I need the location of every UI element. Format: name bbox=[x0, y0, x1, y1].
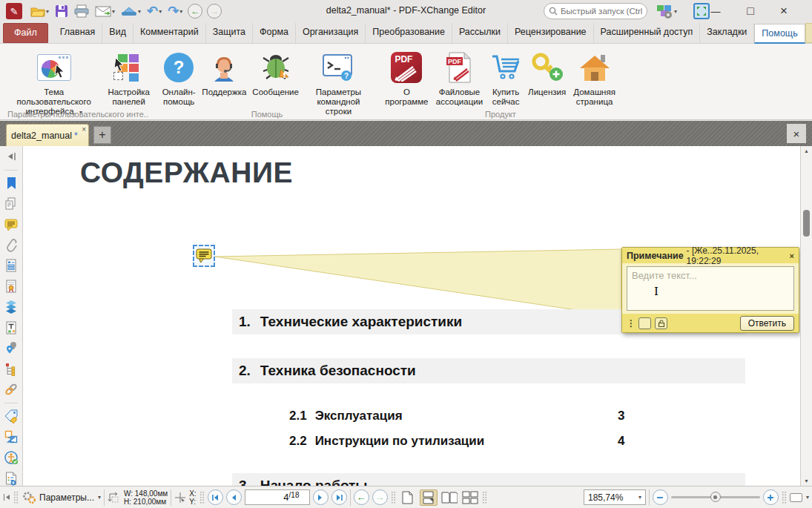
scrollbar-thumb[interactable] bbox=[803, 210, 810, 237]
toolbar-grip[interactable] bbox=[482, 491, 487, 504]
redo-button[interactable]: ↷ ▾ bbox=[165, 1, 185, 21]
accessibility-check-icon[interactable] bbox=[3, 470, 19, 486]
dropdown-icon[interactable]: ▾ bbox=[98, 494, 101, 501]
view-back-button[interactable]: ← bbox=[354, 489, 369, 505]
bookmarks-icon[interactable] bbox=[3, 176, 19, 191]
scroll-down-icon[interactable]: ▼ bbox=[801, 478, 812, 484]
continuous-view-button[interactable] bbox=[420, 489, 438, 506]
layers-icon[interactable] bbox=[3, 300, 19, 315]
close-document-button[interactable]: × bbox=[787, 124, 806, 143]
destinations-icon[interactable] bbox=[3, 340, 19, 356]
order-icon[interactable] bbox=[3, 429, 19, 445]
reply-button[interactable]: Ответить bbox=[740, 316, 794, 331]
tags-icon[interactable] bbox=[3, 409, 19, 424]
thumbnails-icon[interactable] bbox=[3, 197, 19, 212]
buy-now-button[interactable]: Купить сейчас bbox=[486, 46, 525, 108]
app-icon[interactable]: ✎ bbox=[6, 3, 22, 19]
zoom-in-button[interactable] bbox=[763, 489, 779, 505]
document-tab[interactable]: delta2_manual * × bbox=[6, 124, 89, 146]
tab-organize[interactable]: Организация bbox=[296, 23, 366, 43]
save-button[interactable] bbox=[53, 1, 70, 21]
next-page-button[interactable] bbox=[313, 489, 329, 505]
file-associations-button[interactable]: PDF Файловые ассоциации bbox=[432, 46, 486, 108]
note-text-input[interactable]: Ведите текст... I bbox=[627, 266, 794, 311]
history-forward-button[interactable]: → bbox=[207, 4, 222, 19]
license-button[interactable]: Лицензия bbox=[525, 46, 569, 99]
tab-help[interactable]: Помощь bbox=[754, 24, 805, 44]
tab-form[interactable]: Форма bbox=[253, 23, 296, 43]
two-page-view-button[interactable] bbox=[440, 489, 458, 506]
minimize-button[interactable]: — bbox=[703, 0, 728, 22]
print-button[interactable] bbox=[72, 1, 91, 21]
tab-accessibility[interactable]: Расширенный доступ bbox=[594, 23, 701, 43]
dropdown-icon[interactable]: ▾ bbox=[138, 8, 141, 15]
tab-comment[interactable]: Комментарий bbox=[133, 23, 206, 43]
online-help-button[interactable]: ? Онлайн-помощь bbox=[159, 46, 199, 108]
view-forward-button[interactable]: → bbox=[372, 489, 388, 505]
toolbar-grip[interactable] bbox=[199, 491, 205, 504]
open-file-button[interactable]: ▾ bbox=[28, 1, 51, 21]
first-page-button[interactable] bbox=[208, 489, 223, 505]
note-close-icon[interactable]: × bbox=[790, 251, 794, 260]
document-tab-close-icon[interactable]: × bbox=[82, 125, 86, 133]
new-tab-button[interactable]: + bbox=[93, 126, 111, 144]
page-number-input[interactable] bbox=[248, 492, 289, 503]
home-page-button[interactable]: Домашняя страница bbox=[569, 46, 620, 108]
multi-page-view-button[interactable] bbox=[461, 489, 479, 506]
toolbar-grip[interactable] bbox=[782, 491, 787, 504]
about-button[interactable]: PDF О программе bbox=[381, 46, 432, 108]
dropdown-icon[interactable]: ▾ bbox=[806, 494, 809, 501]
content-icon[interactable] bbox=[3, 320, 19, 335]
zoom-slider-thumb[interactable] bbox=[710, 492, 721, 502]
note-checkbox[interactable] bbox=[638, 317, 651, 329]
dropdown-icon[interactable]: ▾ bbox=[46, 8, 49, 15]
zoom-slider[interactable] bbox=[671, 496, 760, 498]
structure-icon[interactable] bbox=[3, 361, 19, 377]
zoom-out-button[interactable] bbox=[653, 489, 668, 505]
dropdown-icon[interactable]: ▾ bbox=[159, 8, 162, 15]
undo-button[interactable]: ↶ ▾ bbox=[145, 1, 164, 21]
dropdown-icon[interactable]: ▾ bbox=[674, 8, 677, 15]
zoom-level-select[interactable]: 185,74% ▾ bbox=[584, 489, 646, 505]
tab-bookmarks[interactable]: Закладки bbox=[700, 23, 754, 43]
page-number-box[interactable]: /18 bbox=[245, 489, 310, 505]
fields-icon[interactable] bbox=[3, 258, 19, 274]
single-page-view-button[interactable] bbox=[399, 489, 417, 506]
accessibility-icon[interactable] bbox=[3, 449, 19, 465]
tab-view[interactable]: Вид bbox=[102, 23, 133, 43]
note-lock-button[interactable] bbox=[655, 317, 667, 329]
maximize-button[interactable]: □ bbox=[738, 0, 763, 22]
note-popup-header[interactable]: Примечание - [Же..25.11.2025, 19:22:29 × bbox=[622, 248, 799, 263]
email-button[interactable]: ▾ bbox=[93, 1, 117, 21]
links-icon[interactable] bbox=[3, 382, 19, 398]
dropdown-icon[interactable]: ▾ bbox=[112, 8, 115, 15]
page-layout-icon[interactable] bbox=[790, 493, 802, 502]
tab-file[interactable]: Файл bbox=[3, 23, 48, 43]
customize-toolbars-button[interactable]: ▾ bbox=[656, 2, 677, 20]
signatures-icon[interactable] bbox=[3, 279, 19, 294]
attachments-icon[interactable] bbox=[3, 237, 19, 253]
close-button[interactable]: × bbox=[771, 0, 796, 22]
note-options-icon[interactable]: ⋮ bbox=[627, 318, 635, 329]
command-line-options-button[interactable]: ? Параметры командной строки bbox=[302, 46, 375, 118]
tab-home[interactable]: Главная bbox=[53, 23, 103, 43]
customize-panels-button[interactable]: Настройка панелей bbox=[105, 46, 153, 108]
tab-review[interactable]: Рецензирование bbox=[508, 23, 594, 43]
tab-protect[interactable]: Защита bbox=[206, 23, 253, 43]
toolbar-grip[interactable] bbox=[391, 491, 396, 504]
collapse-sidebar-icon[interactable] bbox=[3, 149, 19, 165]
history-back-button[interactable]: ← bbox=[188, 4, 202, 19]
last-page-button[interactable] bbox=[331, 489, 347, 505]
report-problem-button[interactable]: Сообщение bbox=[249, 46, 302, 99]
scroll-up-icon[interactable]: ▲ bbox=[801, 148, 812, 154]
vertical-scrollbar[interactable]: ▲ ▼ bbox=[800, 146, 812, 486]
quick-launch-search[interactable] bbox=[544, 3, 647, 19]
tab-convert[interactable]: Преобразование bbox=[366, 23, 452, 43]
previous-page-button[interactable] bbox=[226, 489, 242, 505]
comments-icon[interactable] bbox=[3, 217, 19, 232]
toolbar-grip[interactable] bbox=[13, 491, 19, 504]
dropdown-icon[interactable]: ▾ bbox=[179, 8, 182, 15]
ui-theme-button[interactable]: Тема пользовательского интерфейса. ▾ bbox=[3, 46, 105, 119]
support-button[interactable]: Поддержка bbox=[199, 46, 249, 99]
options-button[interactable]: Параметры... bbox=[39, 492, 94, 503]
